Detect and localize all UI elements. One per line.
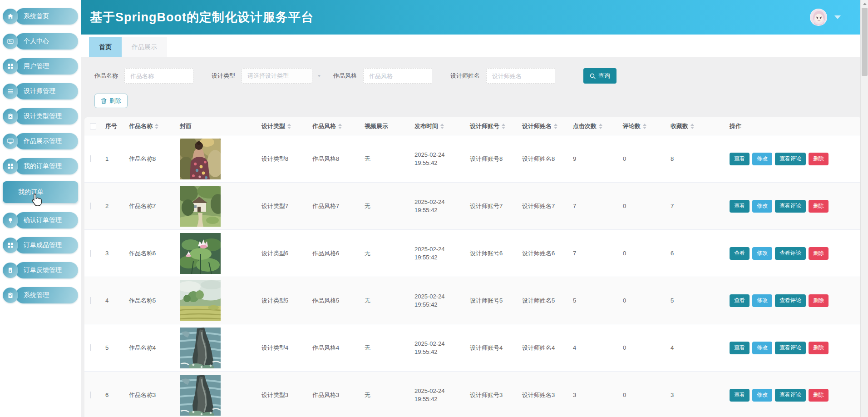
tab-首页[interactable]: 首页 <box>89 37 122 57</box>
sort-control[interactable] <box>690 124 694 129</box>
row-action-comment-button[interactable]: 查看评论 <box>775 389 806 402</box>
avatar[interactable] <box>810 9 827 26</box>
cell-favorites: 3 <box>665 392 724 398</box>
user-menu[interactable] <box>810 9 841 26</box>
monitor-icon <box>7 138 14 144</box>
sort-control[interactable] <box>287 124 291 129</box>
row-action-delete-button[interactable]: 删除 <box>809 389 829 402</box>
chevron-down-icon[interactable]: ▾ <box>318 73 321 78</box>
row-checkbox[interactable] <box>90 250 91 257</box>
select-placeholder[interactable]: 请选择设计类型 <box>242 68 312 84</box>
sidebar-item-4[interactable]: 设计师管理 <box>3 83 78 99</box>
tab-作品展示[interactable]: 作品展示 <box>122 37 167 57</box>
row-action-comment-button[interactable]: 查看评论 <box>775 153 806 165</box>
sidebar-item-11[interactable]: 系统管理 <box>3 287 78 303</box>
sidebar-item-label: 系统管理 <box>15 287 78 303</box>
scrollbar-up-arrow[interactable] <box>861 0 868 8</box>
cell-designer-account: 设计师账号4 <box>464 344 517 352</box>
row-action-edit-button[interactable]: 修改 <box>752 294 772 307</box>
row-select-cell <box>84 250 100 257</box>
filter-input-设计师姓名[interactable] <box>486 68 555 84</box>
row-checkbox[interactable] <box>90 155 91 162</box>
row-action-view-button[interactable]: 查看 <box>730 247 750 260</box>
column-header-设计师账号[interactable]: 设计师账号 <box>464 122 517 130</box>
column-header-评论数[interactable]: 评论数 <box>617 122 665 130</box>
design-type-select[interactable]: 请选择设计类型 ▾ <box>242 68 321 84</box>
row-action-delete-button[interactable]: 删除 <box>809 294 829 307</box>
column-header-发布时间[interactable]: 发布时间 <box>409 122 464 130</box>
row-action-view-button[interactable]: 查看 <box>730 342 750 354</box>
row-action-edit-button[interactable]: 修改 <box>752 342 772 354</box>
sort-control[interactable] <box>338 124 342 129</box>
sidebar-item-7[interactable]: 我的订单管理 <box>3 158 78 174</box>
batch-delete-label: 删除 <box>109 97 121 105</box>
filter-input-作品名称[interactable] <box>124 68 193 84</box>
row-action-edit-button[interactable]: 修改 <box>752 247 772 260</box>
select-all-checkbox[interactable] <box>90 123 96 129</box>
sidebar-item-10[interactable]: 订单反馈管理 <box>3 262 78 278</box>
painting-figure-shawl[interactable] <box>180 139 221 179</box>
page-title: 基于SpringBoot的定制化设计服务平台 <box>90 9 810 25</box>
column-header-收藏数[interactable]: 收藏数 <box>665 122 724 130</box>
column-header-点击次数[interactable]: 点击次数 <box>567 122 617 130</box>
painting-meadow[interactable] <box>180 280 221 321</box>
sidebar-item-label: 个人中心 <box>15 33 78 50</box>
sidebar-item-2[interactable]: 个人中心 <box>3 33 78 50</box>
row-action-delete-button[interactable]: 删除 <box>809 247 829 260</box>
row-action-view-button[interactable]: 查看 <box>730 389 750 402</box>
row-checkbox[interactable] <box>90 297 91 304</box>
row-action-view-button[interactable]: 查看 <box>730 153 750 165</box>
sort-control[interactable] <box>643 124 646 129</box>
sort-control[interactable] <box>554 124 557 129</box>
row-checkbox[interactable] <box>90 203 91 209</box>
painting-sea-rocks[interactable] <box>180 375 221 416</box>
row-action-comment-button[interactable]: 查看评论 <box>775 342 806 354</box>
filter-input-作品风格[interactable] <box>363 68 432 84</box>
row-checkbox[interactable] <box>90 392 91 398</box>
column-header-设计师姓名[interactable]: 设计师姓名 <box>517 122 567 130</box>
chevron-down-icon[interactable] <box>834 15 841 19</box>
row-action-edit-button[interactable]: 修改 <box>752 153 772 165</box>
row-action-view-button[interactable]: 查看 <box>730 294 750 307</box>
table-row: 6 作品名称3 设计类型3 作品风格3 无 2025-02-24 19:55:4… <box>84 372 862 417</box>
sidebar-item-1[interactable]: 系统首页 <box>3 8 78 25</box>
query-button[interactable]: 查询 <box>583 68 616 84</box>
cell-video: 无 <box>359 155 409 163</box>
cell-video: 无 <box>359 391 409 399</box>
cell-actions: 查看修改查看评论删除 <box>724 200 854 213</box>
sidebar-item-6[interactable]: 作品展示管理 <box>3 133 78 149</box>
row-action-delete-button[interactable]: 删除 <box>809 153 829 165</box>
painting-lotus[interactable] <box>180 233 221 274</box>
column-header-设计类型[interactable]: 设计类型 <box>256 122 307 130</box>
row-action-edit-button[interactable]: 修改 <box>752 389 772 402</box>
row-action-comment-button[interactable]: 查看评论 <box>775 200 806 213</box>
row-action-delete-button[interactable]: 删除 <box>809 342 829 354</box>
sidebar-item-9[interactable]: 订单成品管理 <box>3 237 78 253</box>
sidebar-item-8[interactable]: 确认订单管理 <box>3 212 78 228</box>
row-checkbox[interactable] <box>90 344 91 351</box>
scrollbar-thumb[interactable] <box>862 8 868 76</box>
id-card-icon <box>3 34 18 49</box>
sidebar-item-3[interactable]: 用户管理 <box>3 58 78 74</box>
column-header-作品名称[interactable]: 作品名称 <box>123 122 174 130</box>
cell-comments: 0 <box>617 392 665 398</box>
sort-control[interactable] <box>502 124 505 129</box>
sort-control[interactable] <box>155 124 158 129</box>
vertical-scrollbar[interactable] <box>860 0 868 417</box>
column-header-作品风格[interactable]: 作品风格 <box>307 122 359 130</box>
sidebar-item-5[interactable]: 设计类型管理 <box>3 108 78 124</box>
row-action-view-button[interactable]: 查看 <box>730 200 750 213</box>
row-action-comment-button[interactable]: 查看评论 <box>775 294 806 307</box>
sidebar-subitem-我的订单[interactable]: 我的订单 <box>3 181 78 203</box>
batch-delete-button[interactable]: 删除 <box>94 94 128 108</box>
row-action-delete-button[interactable]: 删除 <box>809 200 829 213</box>
cell-favorites: 6 <box>665 250 724 257</box>
row-action-comment-button[interactable]: 查看评论 <box>775 247 806 260</box>
cell-designer-name: 设计师姓名3 <box>517 391 567 399</box>
painting-sea-rocks[interactable] <box>180 328 221 368</box>
sort-control[interactable] <box>599 124 602 129</box>
table-row: 1 作品名称8 设计类型8 作品风格8 无 2025-02-24 19:55:4… <box>84 135 862 183</box>
painting-cottage[interactable] <box>180 186 221 227</box>
row-action-edit-button[interactable]: 修改 <box>752 200 772 213</box>
sort-control[interactable] <box>440 124 444 129</box>
